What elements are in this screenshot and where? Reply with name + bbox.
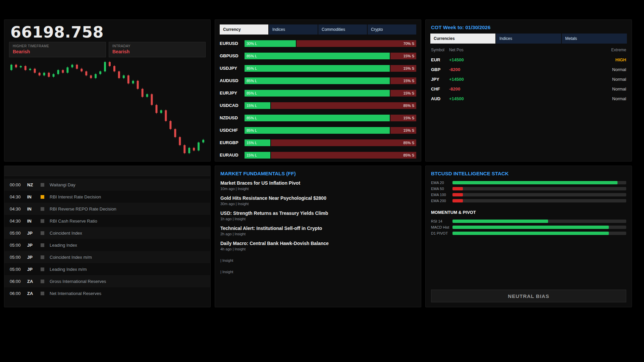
indicator-fill [452, 226, 609, 229]
news-meta: 10m ago | Insight [220, 187, 416, 191]
cot-title: COT Week to: 01/30/2026 [426, 20, 632, 34]
long-pct-label: 15% L [247, 153, 257, 157]
indicator-track [452, 187, 626, 190]
htf-label: HIGHER TIMEFRAME [13, 44, 102, 48]
calendar-rows: 00:00NZWaitangi Day04:30INRBI Interest R… [4, 179, 210, 299]
event-name: Coincident Index m/m [50, 255, 92, 260]
calendar-row[interactable]: 06:00ZAGross International Reserves [4, 275, 210, 287]
impact-icon [41, 243, 44, 247]
event-time: 00:00 [10, 182, 27, 187]
news-item[interactable]: Technical Alert: Institutional Sell-off … [215, 226, 421, 236]
indicator-row: EMA 50 [426, 186, 632, 192]
indicator-row: EMA 20 [426, 180, 632, 186]
news-item[interactable]: USD: Strength Returns as Treasury Yields… [215, 210, 421, 221]
sentiment-bar: 15% L85% S [245, 139, 416, 146]
cot-row: GBP-8200Normal [426, 65, 632, 74]
indicator-fill [452, 220, 548, 223]
calendar-row[interactable]: 05:00JPLeading Index m/m [4, 263, 210, 275]
calendar-row[interactable]: 05:00JPCoincident Index [4, 227, 210, 239]
short-pct-label: 70% S [404, 42, 414, 46]
news-item[interactable]: Market Braces for US Inflation Pivot10m … [215, 180, 421, 191]
impact-icon [41, 207, 44, 211]
calendar-row[interactable]: 06:00ZANet International Reserves [4, 287, 210, 299]
long-pct-label: 85% L [247, 54, 257, 58]
news-meta: 2h ago | Insight [220, 232, 416, 236]
long-pct-label: 85% L [247, 79, 257, 83]
calendar-header-strip [4, 166, 210, 176]
news-item[interactable]: | Insight [215, 258, 421, 262]
cot-netpos: +14500 [449, 77, 612, 82]
pair-label: GBPUSD [220, 53, 245, 58]
event-time: 06:00 [10, 279, 27, 284]
impact-icon [41, 255, 44, 259]
indicator-label: EMA 50 [431, 187, 452, 191]
short-pct-label: 15% S [404, 116, 414, 120]
sentiment-row: USDCHF85% L15% S [215, 124, 421, 136]
event-time: 04:30 [10, 206, 27, 212]
cot-extreme: HIGH [615, 57, 627, 62]
tab-indices[interactable]: Indices [496, 34, 561, 44]
indicator-fill [452, 187, 463, 190]
indicator-fill [452, 193, 463, 196]
pair-label: EURUSD [220, 41, 245, 46]
tab-metals[interactable]: Metals [562, 34, 627, 44]
pair-label: AUDUSD [220, 78, 245, 83]
long-pct-label: 85% L [247, 91, 257, 95]
long-segment: 15% L [245, 152, 270, 159]
news-item[interactable]: Gold Hits Resistance Near Psychological … [215, 195, 421, 206]
calendar-row[interactable]: 05:00JPLeading Index [4, 239, 210, 251]
indicator-track [452, 232, 626, 235]
indicator-label: EMA 20 [431, 181, 452, 185]
sentiment-panel: CurrencyIndicesCommoditiesCrypto EURUSD3… [215, 19, 421, 162]
calendar-row[interactable]: 05:00JPCoincident Index m/m [4, 251, 210, 263]
short-pct-label: 85% S [404, 153, 414, 157]
short-segment: 15% S [390, 77, 416, 84]
sentiment-bar: 85% L15% S [245, 53, 416, 59]
event-time: 04:30 [10, 219, 27, 224]
event-time: 05:00 [10, 267, 27, 272]
tab-currencies[interactable]: Currencies [430, 34, 495, 44]
calendar-row[interactable]: 00:00NZWaitangi Day [4, 179, 210, 191]
tab-crypto[interactable]: Crypto [368, 24, 416, 35]
event-name: RBI Cash Reserve Ratio [50, 219, 97, 224]
short-pct-label: 85% S [404, 141, 414, 145]
news-items: Market Braces for US Inflation Pivot10m … [215, 180, 421, 279]
long-pct-label: 85% L [247, 128, 257, 132]
sentiment-bar: 85% L15% S [245, 127, 416, 134]
short-pct-label: 15% S [404, 54, 414, 58]
indicator-track [452, 226, 626, 229]
tab-currency[interactable]: Currency [220, 24, 268, 35]
short-segment: 85% S [271, 102, 416, 109]
event-country: ZA [27, 291, 41, 296]
calendar-row[interactable]: 04:30INRBI Interest Rate Decision [4, 191, 210, 203]
event-country: IN [27, 194, 41, 199]
news-item[interactable]: | Insight [215, 270, 421, 274]
impact-icon [41, 183, 44, 187]
indicator-row: MACD Hist [426, 224, 632, 230]
ema-indicator-rows: EMA 20EMA 50EMA 100EMA 200 [426, 180, 632, 204]
news-meta: | Insight [220, 270, 416, 274]
cot-extreme: Normal [612, 67, 626, 72]
indicator-label: MACD Hist [431, 225, 452, 229]
long-segment: 85% L [245, 65, 390, 72]
event-name: RBI Interest Rate Decision [50, 194, 101, 199]
htf-bias-value: Bearish [13, 49, 102, 54]
news-headline: Market Braces for US Inflation Pivot [220, 180, 416, 186]
impact-icon [41, 267, 44, 271]
intraday-bias-value: Bearish [112, 49, 202, 54]
calendar-row[interactable]: 04:30INRBI Reverse REPO Rate Decision [4, 203, 210, 215]
impact-icon [41, 219, 44, 223]
cot-row: CHF-8200Normal [426, 84, 632, 94]
cot-table-header: Symbol Net Pos Extreme [426, 44, 632, 55]
event-name: Leading Index [50, 243, 77, 248]
sentiment-rows: EURUSD30% L70% SGBPUSD85% L15% SUSDJPY85… [215, 37, 421, 161]
tab-indices[interactable]: Indices [269, 24, 318, 35]
event-country: NZ [27, 182, 41, 187]
event-country: JP [27, 231, 41, 236]
event-country: JP [27, 243, 41, 248]
cot-extreme: Normal [612, 86, 626, 92]
calendar-row[interactable]: 04:30INRBI Cash Reserve Ratio [4, 215, 210, 227]
news-item[interactable]: Daily Macro: Central Bank Hawk-Dovish Ba… [215, 241, 421, 251]
long-pct-label: 15% L [247, 104, 257, 108]
tab-commodities[interactable]: Commodities [318, 24, 367, 35]
